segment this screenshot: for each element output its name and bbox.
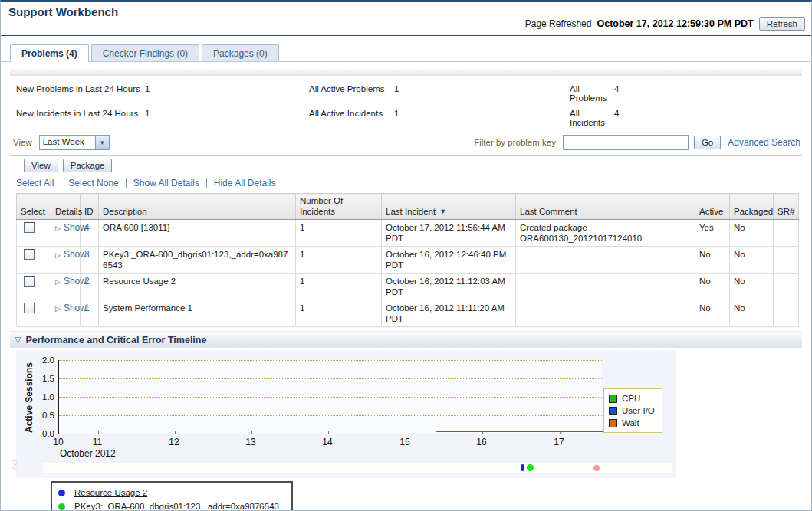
select-none-link[interactable]: Select None [68,178,118,188]
y-tick-label: 2.0 [31,355,54,365]
gridline [59,415,602,416]
cell-incidents: 1 [296,220,382,247]
col-label: Packaged [734,207,773,216]
expand-details-icon[interactable] [55,278,61,286]
col-id: ID [81,194,99,220]
stat-value: 1 [145,109,150,127]
x-tick-label: 11 [87,437,107,447]
cell-sr [774,274,799,300]
col-select: Select [17,194,51,220]
page-header: Support Workbench Page Refreshed October… [1,2,811,36]
cell-packaged: No [730,247,774,274]
col-last-incident[interactable]: Last Incident [382,194,516,220]
problem-id-link[interactable]: 1 [84,303,90,313]
event-marker-red-icon[interactable] [593,465,600,471]
collapse-triangle-icon[interactable] [15,335,21,345]
advanced-search-link[interactable]: Advanced Search [728,137,800,148]
x-tick-label: 15 [395,437,415,447]
row-checkbox[interactable] [24,303,35,313]
col-last-comment: Last Comment [516,194,695,220]
gridline [59,397,602,398]
refresh-button[interactable]: Refresh [759,17,805,31]
view-label: View [13,138,32,147]
x-tick-label: 14 [317,437,337,447]
package-button[interactable]: Package [63,159,113,172]
tab-packages[interactable]: Packages (0) [202,44,279,61]
row-checkbox[interactable] [24,222,35,233]
cell-incidents: 1 [296,300,382,327]
problem-id-link[interactable]: 4 [84,222,90,233]
timeline-chart: Active Sessions 2.0 1.5 1.0 0.5 0.0 10 1… [16,351,676,478]
stat-label: New Problems in Last 24 Hours [16,84,145,103]
show-details-link[interactable]: Show [64,222,87,233]
view-period-select[interactable]: Last Week [39,135,110,150]
cell-active: Yes [695,220,730,247]
table-row: Show 4 ORA 600 [13011] 1 October 17, 201… [17,220,799,247]
show-details-link[interactable]: Show [64,276,87,287]
col-sr: SR# [774,194,799,220]
hide-all-details-link[interactable]: Hide All Details [214,178,276,188]
cell-incidents: 1 [296,274,382,300]
x-tick-label: 10 [48,437,68,447]
go-button[interactable]: Go [694,136,721,149]
problem-id-link[interactable]: 3 [84,249,90,260]
summary-stats: New Problems in Last 24 Hours 1 All Acti… [1,76,811,127]
sort-descending-icon[interactable] [439,206,446,217]
event-marker-blue-icon[interactable] [521,464,524,471]
green-dot-icon [58,503,65,510]
tab-checker-findings[interactable]: Checker Findings (0) [91,44,199,61]
strip-axis-label: Act [11,460,18,471]
cell-last-incident: October 17, 2012 11:56:44 AM PDT [382,220,516,247]
row-checkbox[interactable] [24,249,35,260]
stat-active-problems: All Active Problems 1 [309,84,570,103]
row-checkbox[interactable] [24,276,35,287]
col-label: Select [21,207,45,216]
stat-new-problems: New Problems in Last 24 Hours 1 [16,84,309,103]
problem-id-link[interactable]: 2 [84,276,90,287]
table-toolbar: View Package [24,159,811,172]
x-tick-mark [406,431,406,434]
support-workbench-page: Support Workbench Page Refreshed October… [0,0,812,511]
legend-row: PKey3:_ORA-600_dbgris01:123,_addr=0xa987… [58,500,285,511]
col-details: Details [51,194,81,220]
x-tick-label: 12 [164,437,184,447]
cell-active: No [695,300,730,327]
stat-value: 1 [394,109,399,127]
gridline [59,378,602,379]
col-label: ID [84,207,94,216]
select-all-link[interactable]: Select All [16,178,54,188]
stat-all-incidents: All Incidents 4 [570,109,811,127]
event-timeline-strip[interactable] [43,463,672,473]
col-label: Active [699,207,723,216]
page-title: Support Workbench [8,5,118,18]
expand-details-icon[interactable] [55,251,61,259]
cell-description: Resource Usage 2 [99,274,296,300]
chevron-down-icon[interactable] [95,136,109,149]
tab-problems[interactable]: Problems (4) [10,44,89,62]
view-button[interactable]: View [24,159,58,172]
cpu-swatch-icon [609,395,617,403]
show-details-link[interactable]: Show [64,249,87,260]
cell-description: System Performance 1 [99,300,296,327]
expand-details-icon[interactable] [55,224,61,232]
problem-legend-box: Resource Usage 2 PKey3:_ORA-600_dbgris01… [51,481,293,511]
cell-incidents: 1 [296,247,382,274]
problems-table: Select Details ID Description Number Of … [16,193,799,327]
page-refreshed-timestamp: October 17, 2012 12:59:30 PM PDT [597,18,753,29]
show-details-link[interactable]: Show [64,303,87,313]
divider-band [10,69,802,76]
problem-link[interactable]: PKey3:_ORA-600_dbgris01:123,_addr=0xa987… [74,502,279,511]
cell-last-comment: Created package ORA600130_20121017124010 [516,220,695,247]
show-all-details-link[interactable]: Show All Details [133,178,199,188]
problem-key-input[interactable] [563,135,689,150]
cell-details: Show [51,300,81,327]
table-row: Show 3 PKey3:_ORA-600_dbgris01:123,_addr… [17,247,799,274]
horizontal-divider [10,155,802,156]
separator [126,178,127,188]
problem-link[interactable]: Resource Usage 2 [74,488,147,497]
expand-details-icon[interactable] [55,305,61,313]
event-marker-green-icon[interactable] [527,464,534,471]
timeline-section-header[interactable]: Performance and Critical Error Timeline [10,331,802,348]
legend-row: Resource Usage 2 [58,486,285,500]
x-tick-label: 17 [549,437,569,447]
